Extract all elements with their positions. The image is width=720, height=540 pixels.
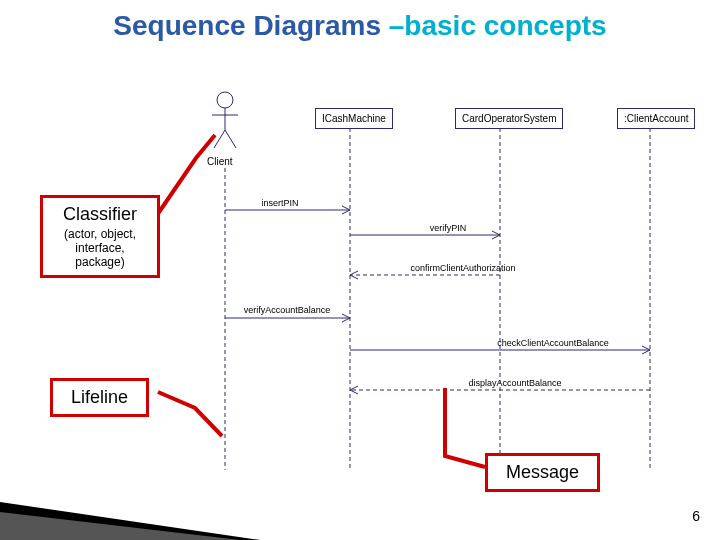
svg-line-3 — [214, 130, 225, 148]
actor-icon — [212, 92, 238, 148]
connector-lifeline — [158, 392, 222, 436]
annotation-classifier-sub: (actor, object, interface, package) — [53, 227, 147, 269]
annotation-classifier: Classifier (actor, object, interface, pa… — [40, 195, 160, 278]
msg-insert-pin-label: insertPIN — [261, 198, 298, 208]
annotation-message: Message — [485, 453, 600, 492]
msg-display-balance-label: displayAccountBalance — [468, 378, 561, 388]
connector-classifier — [155, 135, 215, 218]
msg-confirm-auth-label: confirmClientAuthorization — [410, 263, 515, 273]
connector-message — [445, 388, 485, 467]
actor-label: Client — [207, 156, 233, 167]
svg-point-0 — [217, 92, 233, 108]
annotation-lifeline: Lifeline — [50, 378, 149, 417]
annotation-classifier-head: Classifier — [53, 204, 147, 225]
participant-cash-machine: ICashMachine — [315, 108, 393, 129]
msg-check-balance-label: checkClientAccountBalance — [497, 338, 609, 348]
participant-client-account: :ClientAccount — [617, 108, 695, 129]
page-number: 6 — [692, 508, 700, 524]
msg-verify-pin-label: verifyPIN — [430, 223, 467, 233]
msg-verify-balance-label: verifyAccountBalance — [244, 305, 331, 315]
svg-line-4 — [225, 130, 236, 148]
participant-card-operator: CardOperatorSystem — [455, 108, 563, 129]
